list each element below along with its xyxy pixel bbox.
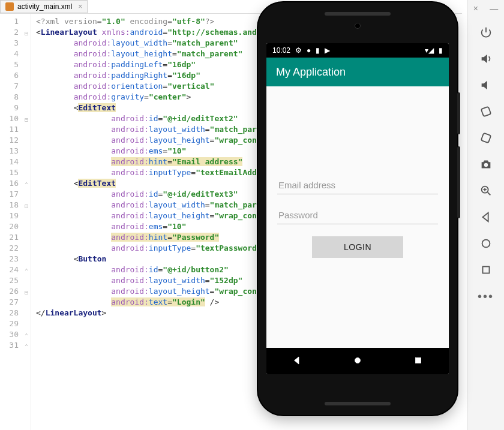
device-volume-button[interactable] <box>457 146 460 218</box>
front-camera <box>355 23 361 29</box>
notification-dot-icon: ● <box>307 46 311 55</box>
android-status-bar: 10:02 ⚙ ● ▮ ▶ ▾◢ ▮ <box>266 43 449 58</box>
zoom-icon[interactable] <box>473 179 499 203</box>
play-icon: ▶ <box>325 46 330 55</box>
svg-rect-7 <box>416 357 421 363</box>
bug-icon: ▮ <box>316 46 320 55</box>
svg-rect-5 <box>482 267 489 273</box>
gear-icon: ⚙ <box>295 46 302 55</box>
xml-file-icon <box>5 2 14 11</box>
svg-point-4 <box>482 240 490 248</box>
editor-file-tab[interactable]: activity_main.xml × <box>0 0 88 13</box>
battery-icon: ▮ <box>439 46 443 55</box>
close-window-icon[interactable]: × <box>473 4 478 13</box>
more-icon[interactable]: ••• <box>473 284 499 308</box>
device-screen[interactable]: 10:02 ⚙ ● ▮ ▶ ▾◢ ▮ My Application LOGIN <box>266 43 449 374</box>
speaker-top <box>325 12 391 16</box>
nav-home-icon[interactable] <box>473 231 499 255</box>
nav-back-icon[interactable] <box>473 205 499 229</box>
phone-emulator: 10:02 ⚙ ● ▮ ▶ ▾◢ ▮ My Application LOGIN <box>258 2 457 415</box>
rotate-left-icon[interactable] <box>473 100 499 124</box>
wifi-icon: ▾◢ <box>425 46 434 55</box>
login-button[interactable]: LOGIN <box>312 236 403 258</box>
line-gutter: 12⊟345678910⊟111213141516⌃1718⊟192021222… <box>0 14 31 430</box>
rotate-right-icon[interactable] <box>473 126 499 150</box>
close-icon[interactable]: × <box>78 2 82 11</box>
svg-point-6 <box>355 357 360 363</box>
android-home-icon[interactable] <box>352 355 363 368</box>
email-field[interactable] <box>277 176 438 194</box>
svg-rect-0 <box>481 107 490 116</box>
login-form: LOGIN <box>266 86 449 348</box>
nav-overview-icon[interactable] <box>473 258 499 282</box>
file-tab-label: activity_main.xml <box>17 2 72 11</box>
device-power-button[interactable] <box>457 92 460 134</box>
android-nav-bar <box>266 348 449 374</box>
svg-rect-1 <box>481 133 490 143</box>
password-field[interactable] <box>277 206 438 224</box>
volume-up-icon[interactable] <box>473 47 499 71</box>
camera-icon[interactable] <box>473 152 499 176</box>
status-time: 10:02 <box>272 46 290 55</box>
window-controls: × — <box>467 4 504 13</box>
speaker-bottom <box>325 402 391 405</box>
app-bar: My Application <box>266 58 449 86</box>
app-title: My Application <box>276 66 346 79</box>
svg-point-2 <box>484 163 487 167</box>
emulator-toolbar: × — ••• <box>467 0 504 430</box>
android-back-icon[interactable] <box>292 355 302 368</box>
minimize-window-icon[interactable]: — <box>490 4 498 13</box>
android-overview-icon[interactable] <box>413 355 424 368</box>
volume-down-icon[interactable] <box>473 73 499 97</box>
power-icon[interactable] <box>473 20 499 44</box>
